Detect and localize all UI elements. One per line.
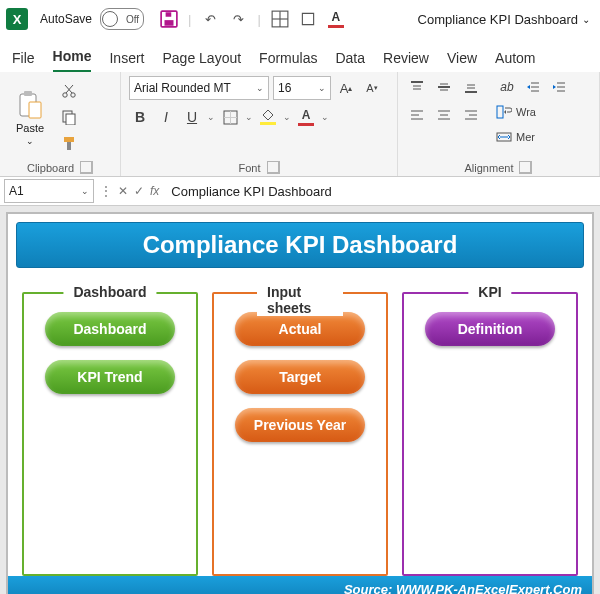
font-color-button[interactable]: A [295,106,317,128]
align-bottom-button[interactable] [460,76,482,98]
borders-icon[interactable] [271,10,289,28]
chevron-down-icon[interactable]: ⌄ [321,112,329,122]
chevron-down-icon[interactable]: ⌄ [207,112,215,122]
undo-icon[interactable]: ↶ [201,10,219,28]
svg-rect-16 [67,142,71,150]
worksheet-area[interactable]: Compliance KPI Dashboard Dashboard Dashb… [0,206,600,594]
tab-data[interactable]: Data [335,50,365,72]
ribbon-group-alignment: ab Wra Mer Alignment [398,72,600,176]
increase-indent-button[interactable] [548,76,570,98]
tab-file[interactable]: File [12,50,35,72]
decrease-font-button[interactable]: A▾ [361,77,383,99]
orientation-button[interactable]: ab [496,76,518,98]
autosave-knob-icon [102,11,118,27]
cancel-formula-button[interactable]: ✕ [118,184,128,198]
align-right-button[interactable] [460,104,482,126]
tab-view[interactable]: View [447,50,477,72]
dashboard-object: Compliance KPI Dashboard Dashboard Dashb… [6,212,594,594]
dashboard-footer: Source: WWW.PK-AnExcelExpert.Com [8,576,592,594]
svg-rect-8 [29,102,41,118]
underline-button[interactable]: U [181,106,203,128]
svg-rect-7 [24,91,32,96]
wrap-text-label: Wra [516,106,536,118]
cell-reference: A1 [9,184,24,198]
alignment-dialog-launcher[interactable] [519,161,532,174]
font-group-label: Font [238,162,260,174]
nav-target-button[interactable]: Target [235,360,365,394]
chevron-down-icon: ⌄ [318,83,326,93]
excel-logo-icon: X [6,8,28,30]
save-icon[interactable] [160,10,178,28]
chevron-down-icon: ⌄ [256,83,264,93]
font-name-value: Arial Rounded MT [134,81,231,95]
tab-formulas[interactable]: Formulas [259,50,317,72]
svg-point-10 [71,93,75,97]
svg-line-12 [65,85,72,93]
kpi-column: KPI Definition [402,282,578,576]
bold-button[interactable]: B [129,106,151,128]
tab-page-layout[interactable]: Page Layout [162,50,241,72]
svg-line-11 [66,85,73,93]
qat-separator: | [188,12,191,27]
autosave-toggle[interactable]: Off [100,8,144,30]
align-middle-button[interactable] [433,76,455,98]
chevron-down-icon: ⌄ [26,136,34,146]
font-size-select[interactable]: 16 ⌄ [273,76,331,100]
formula-bar: A1 ⌄ ⋮ ✕ ✓ fx Compliance KPI Dashboard [0,177,600,206]
kpi-legend: KPI [468,284,511,300]
nav-dashboard-button[interactable]: Dashboard [45,312,175,346]
input-sheets-column: Input sheets Actual Target Previous Year [212,282,388,576]
svg-rect-1 [165,20,174,26]
font-name-select[interactable]: Arial Rounded MT ⌄ [129,76,269,100]
chevron-down-icon[interactable]: ⌄ [245,112,253,122]
copy-button[interactable] [58,106,80,128]
merge-center-button[interactable]: Mer [496,126,570,148]
font-dialog-launcher[interactable] [267,161,280,174]
fill-color-button[interactable] [257,106,279,128]
borders-button[interactable] [219,106,241,128]
svg-rect-14 [66,114,75,125]
increase-font-button[interactable]: A▴ [335,77,357,99]
tab-automate[interactable]: Autom [495,50,535,72]
svg-rect-44 [497,106,503,118]
accept-formula-button[interactable]: ✓ [134,184,144,198]
quick-access-toolbar: | ↶ ↷ | A [160,10,345,28]
decrease-indent-button[interactable] [522,76,544,98]
svg-rect-2 [166,12,172,17]
align-top-button[interactable] [406,76,428,98]
wrap-text-button[interactable]: Wra [496,101,570,123]
dashboard-title: Compliance KPI Dashboard [16,222,584,268]
font-color-icon[interactable]: A [327,10,345,28]
tab-home[interactable]: Home [53,48,92,72]
fx-icon[interactable]: fx [150,184,159,198]
font-size-value: 16 [278,81,291,95]
autosave-state: Off [126,14,139,25]
align-left-button[interactable] [406,104,428,126]
name-box[interactable]: A1 ⌄ [4,179,94,203]
chevron-down-icon[interactable]: ⌄ [283,112,291,122]
nav-definition-button[interactable]: Definition [425,312,555,346]
align-center-button[interactable] [433,104,455,126]
chevron-down-icon: ⌄ [81,186,89,196]
nav-kpi-trend-button[interactable]: KPI Trend [45,360,175,394]
formula-value: Compliance KPI Dashboard [171,184,331,199]
ribbon-group-font: Arial Rounded MT ⌄ 16 ⌄ A▴ A▾ B I U ⌄ ⌄ [121,72,398,176]
nav-actual-button[interactable]: Actual [235,312,365,346]
formula-input[interactable]: Compliance KPI Dashboard [165,184,600,199]
paste-button[interactable]: Paste ⌄ [8,76,52,159]
nav-previous-year-button[interactable]: Previous Year [235,408,365,442]
redo-icon[interactable]: ↷ [229,10,247,28]
tab-review[interactable]: Review [383,50,429,72]
dashboard-legend: Dashboard [63,284,156,300]
italic-button[interactable]: I [155,106,177,128]
tab-insert[interactable]: Insert [109,50,144,72]
fill-color-icon[interactable] [299,10,317,28]
title-bar: X AutoSave Off | ↶ ↷ | A Compliance KPI … [0,0,600,38]
document-title[interactable]: Compliance KPI Dashboard ⌄ [418,12,594,27]
format-painter-button[interactable] [58,132,80,154]
formula-sep-icon: ⋮ [100,184,112,198]
ribbon: Paste ⌄ Clipboard [0,72,600,177]
cut-button[interactable] [58,80,80,102]
clipboard-dialog-launcher[interactable] [80,161,93,174]
alignment-group-label: Alignment [465,162,514,174]
